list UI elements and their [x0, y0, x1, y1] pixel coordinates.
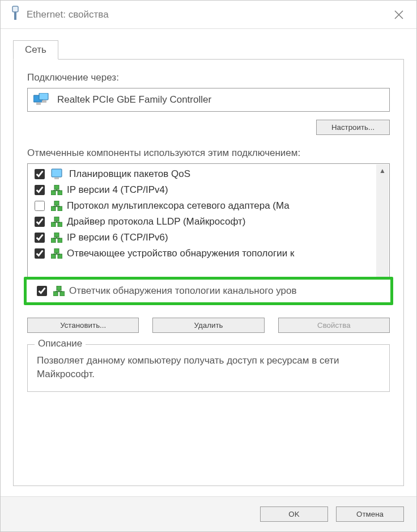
list-item[interactable]: IP версии 6 (TCP/IPv6) — [32, 230, 377, 246]
component-label: IP версии 4 (TCP/IPv4) — [67, 184, 168, 196]
component-checkbox[interactable] — [35, 233, 45, 243]
svg-rect-17 — [54, 233, 59, 237]
component-label: Планировщик пакетов QoS — [69, 168, 190, 180]
dialog-body: Сеть Подключение через: Realtek PCIe GbE… — [1, 29, 416, 496]
description-text: Позволяет данному компьютеру получать до… — [37, 354, 380, 381]
cancel-button[interactable]: Отмена — [336, 506, 404, 522]
protocol-icon — [51, 248, 62, 259]
horizontal-scrollbar[interactable]: ◀ ▶ — [28, 292, 376, 303]
protocol-icon — [51, 233, 62, 243]
scroll-left-icon[interactable]: ◀ — [28, 292, 41, 303]
list-item[interactable]: Драйвер протокола LLDP (Майкрософт) — [32, 214, 377, 230]
component-checkbox[interactable] — [35, 169, 45, 179]
description-group: Описание Позволяет данному компьютеру по… — [27, 344, 390, 392]
protocol-icon — [51, 185, 62, 195]
protocol-icon — [51, 201, 62, 211]
svg-rect-7 — [54, 178, 59, 179]
list-item[interactable]: IP версии 4 (TCP/IPv4) — [32, 182, 377, 198]
svg-rect-12 — [51, 206, 56, 211]
svg-rect-18 — [51, 238, 56, 243]
svg-rect-6 — [52, 169, 62, 177]
list-item[interactable]: Протокол мультиплексора сетевого адаптер… — [32, 198, 377, 214]
svg-rect-4 — [36, 103, 41, 105]
install-button[interactable]: Установить... — [27, 318, 139, 333]
network-adapter-icon — [33, 93, 50, 107]
component-label: Отвечающее устройство обнаружения тополо… — [67, 248, 294, 259]
svg-rect-3 — [39, 93, 48, 100]
svg-rect-10 — [58, 191, 62, 195]
svg-rect-9 — [51, 191, 56, 195]
window-title: Ethernet: свойства — [27, 9, 109, 20]
svg-rect-22 — [58, 254, 62, 259]
scroll-right-icon[interactable]: ▶ — [364, 292, 376, 303]
svg-rect-19 — [58, 238, 62, 243]
svg-rect-20 — [54, 248, 59, 253]
component-checkbox[interactable] — [35, 185, 45, 195]
description-legend: Описание — [35, 338, 86, 349]
svg-rect-5 — [42, 100, 46, 103]
protocol-icon — [51, 217, 62, 227]
component-checkbox[interactable] — [35, 248, 45, 259]
svg-rect-11 — [54, 201, 59, 205]
components-label: Отмеченные компоненты используются этим … — [27, 147, 390, 159]
svg-rect-15 — [51, 222, 56, 227]
close-button[interactable] — [386, 3, 412, 27]
svg-rect-13 — [58, 206, 62, 211]
ethernet-icon — [10, 6, 21, 23]
vertical-scrollbar[interactable]: ▲ ▼ — [376, 164, 389, 291]
properties-window: Ethernet: свойства Сеть Подключение чере… — [0, 0, 417, 532]
list-item[interactable]: Отвечающее устройство обнаружения тополо… — [32, 246, 377, 261]
component-label: Драйвер протокола LLDP (Майкрософт) — [67, 216, 245, 227]
component-checkbox[interactable] — [35, 217, 45, 227]
adapter-name: Realtek PCIe GbE Family Controller — [57, 94, 211, 105]
component-actions: Установить... Удалить Свойства — [27, 318, 390, 333]
tab-label: Сеть — [25, 44, 46, 55]
configure-button[interactable]: Настроить... — [316, 120, 390, 135]
remove-button[interactable]: Удалить — [152, 318, 264, 333]
adapter-box: Realtek PCIe GbE Family Controller — [27, 88, 390, 112]
svg-rect-16 — [58, 222, 62, 227]
tabs: Сеть — [13, 38, 404, 60]
components-listbox[interactable]: Планировщик пакетов QoSIP версии 4 (TCP/… — [27, 163, 390, 304]
scroll-up-icon[interactable]: ▲ — [376, 164, 389, 177]
svg-rect-1 — [14, 12, 16, 20]
connection-label: Подключение через: — [27, 72, 390, 83]
tab-content: Подключение через: Realtek PCIe GbE Fami… — [13, 60, 404, 486]
titlebar: Ethernet: свойства — [1, 1, 416, 29]
svg-rect-0 — [12, 6, 18, 12]
scroll-down-icon[interactable]: ▼ — [376, 278, 389, 291]
properties-button[interactable]: Свойства — [278, 318, 390, 333]
component-label: IP версии 6 (TCP/IPv6) — [67, 232, 168, 243]
ok-button[interactable]: OK — [260, 506, 328, 522]
tab-network[interactable]: Сеть — [13, 40, 58, 60]
svg-rect-21 — [51, 254, 56, 259]
component-checkbox[interactable] — [35, 201, 45, 211]
list-item[interactable]: Планировщик пакетов QoS — [32, 166, 377, 182]
component-label: Протокол мультиплексора сетевого адаптер… — [67, 200, 290, 212]
svg-rect-14 — [54, 217, 59, 221]
dialog-footer: OK Отмена — [1, 496, 416, 531]
monitor-icon — [51, 168, 65, 180]
svg-rect-8 — [54, 185, 59, 189]
